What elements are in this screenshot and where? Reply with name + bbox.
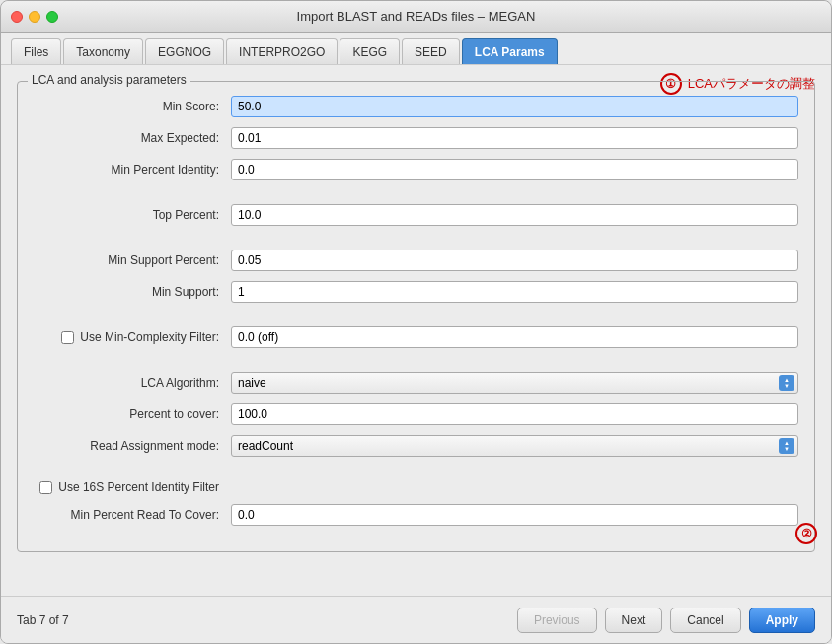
- cancel-button[interactable]: Cancel: [670, 608, 740, 633]
- tab-eggnog[interactable]: EGGNOG: [145, 38, 224, 64]
- min-support-percent-row: Min Support Percent:: [34, 250, 798, 271]
- use-16s-checkbox[interactable]: [39, 481, 52, 494]
- main-content: LCA and analysis parameters Min Score: M…: [1, 65, 831, 564]
- tab-bar: Files Taxonomy EGGNOG INTERPRO2GO KEGG S…: [1, 33, 831, 65]
- read-assignment-mode-select-wrapper: readCount readLength alignedBases: [231, 435, 798, 457]
- bottom-bar: Tab 7 of 7 Previous Next Cancel Apply: [1, 596, 831, 643]
- min-score-label: Min Score:: [34, 100, 231, 113]
- min-complexity-row: Use Min-Complexity Filter:: [34, 326, 798, 348]
- min-complexity-checkbox[interactable]: [61, 331, 74, 344]
- tab-info: Tab 7 of 7: [17, 613, 69, 627]
- apply-button[interactable]: Apply: [749, 608, 815, 633]
- percent-to-cover-input[interactable]: [231, 403, 798, 425]
- lca-algorithm-select[interactable]: naive weighted longread: [231, 372, 798, 394]
- use-16s-label-area: Use 16S Percent Identity Filter: [34, 480, 231, 494]
- max-expected-label: Max Expected:: [34, 131, 231, 145]
- min-percent-identity-row: Min Percent Identity:: [34, 159, 798, 180]
- read-assignment-mode-label: Read Assignment mode:: [34, 439, 231, 453]
- min-percent-read-label: Min Percent Read To Cover:: [34, 508, 231, 522]
- min-support-row: Min Support:: [34, 281, 798, 303]
- title-bar: Import BLAST and READs files – MEGAN: [1, 1, 831, 33]
- min-percent-identity-label: Min Percent Identity:: [34, 163, 231, 177]
- tab-interpro2go[interactable]: INTERPRO2GO: [226, 38, 338, 64]
- tab-files[interactable]: Files: [11, 38, 61, 64]
- read-assignment-mode-select[interactable]: readCount readLength alignedBases: [231, 435, 798, 457]
- percent-to-cover-label: Percent to cover:: [34, 407, 231, 421]
- tab-seed[interactable]: SEED: [402, 38, 460, 64]
- use-16s-row: Use 16S Percent Identity Filter: [34, 480, 798, 494]
- min-score-row: Min Score:: [34, 96, 798, 117]
- min-complexity-input[interactable]: [231, 326, 798, 348]
- annotation2-circle: ②: [795, 523, 817, 544]
- tab-kegg[interactable]: KEGG: [340, 38, 400, 64]
- max-expected-row: Max Expected:: [34, 127, 798, 149]
- button-group: Previous Next Cancel Apply: [517, 608, 815, 633]
- annotation2: ②: [795, 523, 819, 544]
- lca-algorithm-label: LCA Algorithm:: [34, 376, 231, 390]
- top-percent-input[interactable]: [231, 204, 798, 226]
- min-support-percent-label: Min Support Percent:: [34, 253, 231, 267]
- max-expected-input[interactable]: [231, 127, 798, 149]
- min-percent-read-row: Min Percent Read To Cover:: [34, 504, 798, 526]
- main-window: Import BLAST and READs files – MEGAN Fil…: [0, 0, 832, 644]
- min-score-input[interactable]: [231, 96, 798, 117]
- traffic-lights: [11, 11, 58, 23]
- maximize-button[interactable]: [46, 11, 58, 23]
- window-title: Import BLAST and READs files – MEGAN: [297, 9, 536, 24]
- minimize-button[interactable]: [29, 11, 40, 23]
- previous-button[interactable]: Previous: [517, 608, 597, 633]
- percent-to-cover-row: Percent to cover:: [34, 403, 798, 425]
- lca-params-group: LCA and analysis parameters Min Score: M…: [17, 81, 815, 552]
- min-support-label: Min Support:: [34, 285, 231, 299]
- group-label: LCA and analysis parameters: [28, 73, 190, 87]
- use-16s-label: Use 16S Percent Identity Filter: [58, 480, 219, 494]
- next-button[interactable]: Next: [605, 608, 663, 633]
- min-support-percent-input[interactable]: [231, 250, 798, 271]
- lca-algorithm-select-wrapper: naive weighted longread: [231, 372, 798, 394]
- tab-taxonomy[interactable]: Taxonomy: [63, 38, 143, 64]
- tab-lca-params[interactable]: LCA Params: [462, 38, 558, 64]
- read-assignment-mode-row: Read Assignment mode: readCount readLeng…: [34, 435, 798, 457]
- min-percent-read-input[interactable]: [231, 504, 798, 526]
- min-support-input[interactable]: [231, 281, 798, 303]
- min-percent-identity-input[interactable]: [231, 159, 798, 180]
- min-complexity-label: Use Min-Complexity Filter:: [80, 330, 219, 344]
- top-percent-label: Top Percent:: [34, 208, 231, 222]
- min-complexity-label-area: Use Min-Complexity Filter:: [34, 330, 231, 344]
- close-button[interactable]: [11, 11, 23, 23]
- top-percent-row: Top Percent:: [34, 204, 798, 226]
- lca-algorithm-row: LCA Algorithm: naive weighted longread: [34, 372, 798, 394]
